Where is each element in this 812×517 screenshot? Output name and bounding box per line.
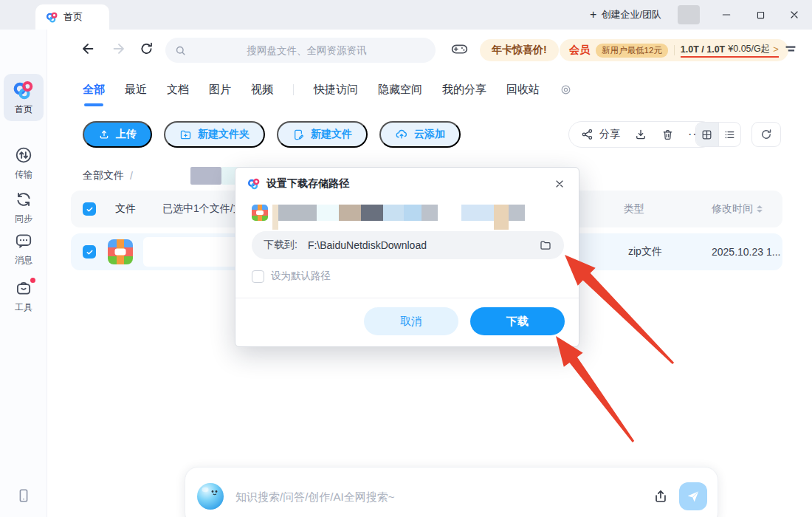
sidebar-item-messages[interactable]: 消息 — [4, 225, 44, 272]
new-folder-label: 新建文件夹 — [198, 128, 250, 141]
grid-view-button[interactable] — [696, 123, 718, 146]
zip-file-icon — [108, 239, 133, 264]
divider — [293, 84, 294, 95]
cloud-add-button[interactable]: 云添加 — [379, 121, 461, 148]
share-upload-icon[interactable] — [653, 488, 669, 504]
list-view-button[interactable] — [719, 123, 741, 146]
member-label: 会员 — [569, 44, 590, 57]
list-icon — [723, 129, 736, 141]
window-tab-bar: 首页 + 创建企业/团队 — [0, 0, 812, 30]
storage-quota[interactable]: 1.0T / 1.0T ¥0.05/G起 > — [681, 43, 779, 58]
tab-videos[interactable]: 视频 — [251, 83, 273, 97]
tab-images[interactable]: 图片 — [209, 83, 231, 97]
sidebar-item-label: 工具 — [15, 301, 32, 314]
main-menu-button[interactable] — [782, 41, 799, 60]
select-all-checkbox[interactable] — [83, 202, 96, 216]
share-label[interactable]: 分享 — [599, 128, 620, 141]
share-icon[interactable] — [581, 128, 594, 141]
close-icon — [554, 178, 565, 190]
trash-icon[interactable] — [661, 129, 674, 141]
ai-search-bar[interactable] — [185, 467, 718, 517]
breadcrumb: 全部文件 / — [83, 167, 257, 185]
set-default-path-option[interactable]: 设为默认路径 — [252, 270, 331, 283]
sidebar-item-tools[interactable]: 工具 — [4, 272, 44, 319]
sidebar-item-transfer[interactable]: 传输 — [4, 139, 44, 186]
arrow-to-download-button — [556, 336, 634, 442]
cloud-add-label: 云添加 — [414, 128, 445, 141]
maximize-button[interactable] — [753, 7, 768, 22]
sidebar-item-sync[interactable]: 同步 — [4, 183, 44, 230]
avatar[interactable] — [678, 5, 700, 24]
forward-button[interactable] — [111, 41, 127, 60]
breadcrumb-root[interactable]: 全部文件 — [83, 169, 124, 182]
sidebar-item-label: 首页 — [15, 103, 32, 116]
upload-button[interactable]: 上传 — [83, 121, 152, 148]
sidebar: 首页 传输 同步 消息 工具 — [0, 30, 47, 517]
dialog-title: 设置下载存储路径 — [266, 177, 546, 191]
games-button[interactable] — [450, 40, 469, 61]
column-type[interactable]: 类型 — [624, 202, 644, 216]
dialog-close-button[interactable] — [552, 177, 567, 191]
back-arrow-icon — [80, 41, 96, 57]
reload-icon — [139, 41, 154, 57]
view-toggle — [695, 122, 741, 147]
sidebar-item-home[interactable]: 首页 — [4, 74, 44, 121]
file-modified: 2025.10.23 1... — [712, 246, 780, 258]
sort-icon — [757, 205, 763, 213]
create-team-button[interactable]: + 创建企业/团队 — [590, 8, 661, 21]
home-logo-icon — [13, 79, 35, 101]
search-input[interactable] — [187, 45, 427, 56]
breadcrumb-separator: / — [130, 170, 133, 182]
minimize-button[interactable] — [719, 7, 734, 22]
upload-label: 上传 — [116, 128, 137, 141]
home-tab[interactable]: 首页 — [35, 4, 109, 30]
new-folder-button[interactable]: 新建文件夹 — [164, 121, 265, 148]
redacted-breadcrumb-item — [190, 167, 221, 185]
arrow-to-path-field — [565, 255, 674, 364]
tab-settings-target-icon[interactable] — [560, 83, 572, 96]
download-path-field[interactable]: 下载到: F:\BaiduNetdiskDownload — [252, 231, 564, 259]
toolbar: 年卡惊喜价! 会员 新用户最低12元 1.0T / 1.0T ¥0.05/G起 … — [47, 30, 812, 71]
send-button[interactable] — [679, 482, 707, 510]
tab-recent[interactable]: 最近 — [125, 83, 147, 97]
tab-my-shares[interactable]: 我的分享 — [442, 83, 486, 97]
baidu-netdisk-logo-icon — [46, 11, 58, 24]
tools-icon — [13, 277, 35, 299]
new-file-button[interactable]: 新建文件 — [277, 121, 368, 148]
reload-button[interactable] — [139, 41, 154, 60]
member-badge: 新用户最低12元 — [596, 44, 668, 58]
price-value: ¥0.05/G起 — [728, 43, 770, 55]
search-bar[interactable] — [165, 38, 436, 63]
download-confirm-button[interactable]: 下载 — [470, 307, 565, 335]
default-path-checkbox[interactable] — [252, 270, 264, 283]
tab-recycle-bin[interactable]: 回收站 — [506, 83, 540, 97]
minimize-icon — [720, 9, 732, 21]
tab-docs[interactable]: 文档 — [167, 83, 189, 97]
menu-lines-icon — [782, 41, 799, 57]
selection-toolbar: 分享 ··· — [568, 121, 715, 148]
promo-banner[interactable]: 年卡惊喜价! — [480, 39, 559, 61]
ai-search-input[interactable] — [235, 490, 642, 503]
refresh-icon — [760, 128, 773, 141]
cancel-button[interactable]: 取消 — [364, 307, 458, 335]
close-button[interactable] — [787, 7, 802, 22]
tab-title: 首页 — [63, 10, 83, 24]
refresh-button[interactable] — [751, 122, 781, 147]
mobile-device-button[interactable] — [0, 487, 47, 504]
divider — [235, 298, 579, 298]
column-modified[interactable]: 修改时间 — [712, 202, 763, 216]
redacted-file-name — [272, 205, 525, 230]
browse-folder-icon[interactable] — [539, 239, 552, 252]
paper-plane-icon — [686, 489, 701, 504]
member-banner[interactable]: 会员 新用户最低12元 1.0T / 1.0T ¥0.05/G起 > — [560, 39, 788, 61]
row-checkbox[interactable] — [83, 245, 96, 258]
action-buttons: 上传 新建文件夹 新建文件 云添加 — [83, 121, 461, 148]
tab-quick-access[interactable]: 快捷访问 — [314, 83, 358, 97]
back-button[interactable] — [80, 41, 96, 60]
tab-hidden-space[interactable]: 隐藏空间 — [378, 83, 422, 97]
download-icon[interactable] — [634, 128, 647, 141]
ai-assistant-avatar[interactable] — [196, 482, 225, 511]
new-file-label: 新建文件 — [311, 128, 352, 141]
promo-text: 年卡惊喜价! — [492, 44, 547, 57]
tab-all[interactable]: 全部 — [83, 83, 105, 97]
